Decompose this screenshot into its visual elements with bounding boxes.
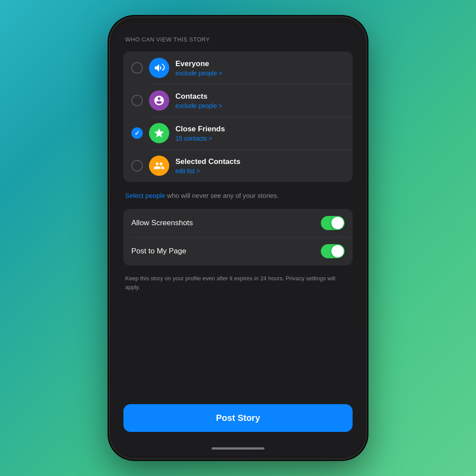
group-icon	[153, 160, 165, 171]
post-story-button[interactable]: Post Story	[123, 404, 353, 432]
option-contacts[interactable]: Contacts exclude people >	[123, 84, 353, 117]
toggle-row-screenshots: Allow Screenshots	[123, 209, 353, 237]
hint-link[interactable]: Select people	[125, 192, 165, 199]
option-selected-contacts[interactable]: Selected Contacts edit list >	[123, 149, 353, 182]
screen-content: WHO CAN VIEW THIS STORY Everyone exclude…	[113, 23, 363, 397]
screenshots-toggle-knob	[331, 217, 344, 229]
toggle-row-post-page: Post to My Page	[123, 237, 353, 265]
radio-contacts[interactable]	[131, 95, 143, 106]
section-header: WHO CAN VIEW THIS STORY	[123, 36, 353, 43]
phone-frame: WHO CAN VIEW THIS STORY Everyone exclude…	[110, 18, 366, 458]
contacts-subtitle[interactable]: exclude people >	[175, 102, 345, 109]
everyone-icon	[149, 58, 169, 78]
radio-everyone[interactable]	[131, 62, 143, 74]
phone-screen: WHO CAN VIEW THIS STORY Everyone exclude…	[113, 23, 363, 456]
toggle-hint: Keep this story on your profile even aft…	[123, 274, 353, 291]
post-page-toggle-knob	[331, 245, 344, 257]
close-friends-subtitle[interactable]: 15 contacts >	[175, 135, 345, 142]
post-button-wrapper: Post Story	[113, 397, 363, 441]
visibility-options-card: Everyone exclude people > Contacts exclu	[123, 52, 353, 182]
everyone-subtitle[interactable]: exclude people >	[175, 70, 345, 77]
contacts-title: Contacts	[175, 92, 345, 101]
post-page-toggle[interactable]	[321, 244, 345, 258]
hint-text: Select people who will never see any of …	[123, 191, 353, 200]
radio-close-friends[interactable]	[131, 127, 143, 139]
option-close-friends[interactable]: Close Friends 15 contacts >	[123, 117, 353, 149]
home-indicator	[113, 441, 363, 456]
megaphone-icon	[153, 62, 165, 74]
home-bar	[212, 447, 264, 450]
post-story-label: Post Story	[216, 413, 260, 423]
screenshots-label: Allow Screenshots	[131, 219, 315, 227]
selected-contacts-text: Selected Contacts edit list >	[175, 157, 345, 175]
contacts-text: Contacts exclude people >	[175, 92, 345, 109]
toggles-card: Allow Screenshots Post to My Page	[123, 209, 353, 265]
hint-rest: who will never see any of your stories.	[165, 192, 279, 199]
option-everyone[interactable]: Everyone exclude people >	[123, 52, 353, 84]
person-circle-icon	[153, 95, 165, 106]
radio-selected-contacts[interactable]	[131, 160, 143, 171]
star-icon	[153, 127, 165, 139]
selected-contacts-title: Selected Contacts	[175, 157, 345, 166]
close-friends-text: Close Friends 15 contacts >	[175, 125, 345, 142]
close-friends-icon	[149, 123, 169, 143]
close-friends-title: Close Friends	[175, 125, 345, 134]
screenshots-toggle[interactable]	[321, 216, 345, 230]
selected-contacts-subtitle[interactable]: edit list >	[175, 167, 345, 175]
everyone-text: Everyone exclude people >	[175, 60, 345, 77]
everyone-title: Everyone	[175, 60, 345, 68]
post-page-label: Post to My Page	[131, 247, 315, 256]
selected-contacts-icon	[149, 156, 169, 176]
contacts-icon	[149, 90, 169, 111]
